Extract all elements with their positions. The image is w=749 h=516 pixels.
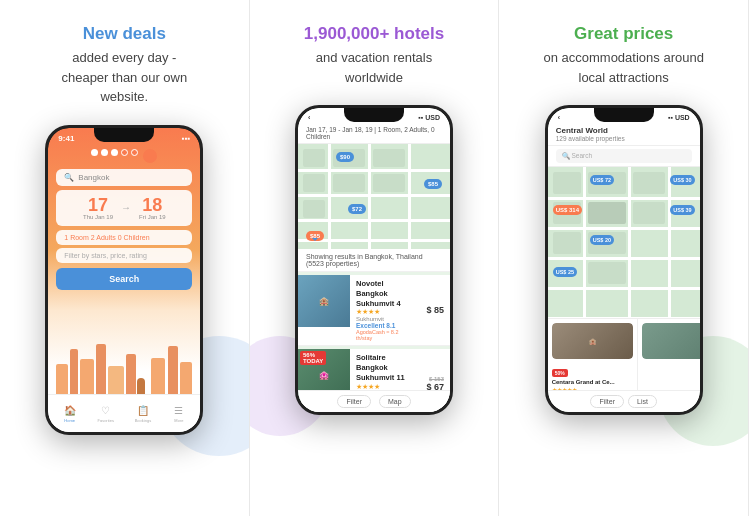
map-road — [298, 169, 450, 172]
search-icon: 🔍 — [562, 152, 570, 159]
nav-favorites[interactable]: ♡ Favorites — [97, 403, 113, 423]
map-road — [368, 144, 371, 249]
logo-symbol — [143, 149, 157, 163]
discount-badge: 56%TODAY — [300, 351, 326, 365]
panel-hotels: 1,900,000+ hotels and vacation rentals w… — [250, 0, 500, 516]
map-block-park — [588, 202, 626, 224]
map-block — [373, 149, 405, 167]
map-block — [373, 174, 405, 192]
filter-button[interactable]: Filter — [590, 395, 624, 408]
phone-notch — [594, 108, 654, 122]
hotel-card-partial[interactable] — [638, 319, 700, 390]
map-block — [303, 200, 325, 218]
hotel-card[interactable]: 🏨 Novotel BangkokSukhumvit 4 ★★★★ Sukhum… — [298, 275, 450, 346]
nav-more[interactable]: ☰ More — [172, 403, 186, 423]
hotel-stars: ★★★★ — [356, 308, 414, 316]
hotel-info: Novotel BangkokSukhumvit 4 ★★★★ Sukhumvi… — [350, 275, 420, 345]
logo-dot — [121, 149, 128, 156]
map-road — [408, 144, 411, 249]
date-from: 17 Thu Jan 19 — [83, 196, 113, 220]
map-view[interactable]: $90 $85 $72 $85 — [298, 144, 450, 249]
panel3-title: Great prices — [574, 24, 673, 44]
panel3-subtitle: on accommodations around local attractio… — [543, 48, 703, 87]
price-bubble: US$ 39 — [670, 205, 694, 215]
map-block — [553, 232, 581, 254]
hotel-rating: Excellent 8.1 — [356, 322, 414, 329]
map-block — [333, 174, 365, 192]
date-bar: Jan 17, 19 - Jan 18, 19 | 1 Room, 2 Adul… — [298, 123, 450, 144]
search-icon: 🔍 — [64, 173, 74, 182]
agoda-cash: AgodaCash ≈ 8.2 th/stay — [356, 329, 414, 341]
panel1-subtitle: added every day - cheaper than our own w… — [61, 48, 187, 107]
hotel-price: $ 85 — [420, 275, 450, 345]
cityscape-illustration — [48, 329, 200, 394]
heart-icon: ♡ — [99, 403, 113, 417]
map-road — [298, 219, 450, 222]
discount-overlay: 50% — [552, 361, 633, 379]
panel2-title: 1,900,000+ hotels — [304, 24, 444, 44]
search-bar[interactable]: 🔍 Search — [556, 149, 692, 163]
search-bar[interactable]: 🔍 Bangkok — [56, 169, 192, 186]
map-road — [548, 287, 700, 290]
bottom-nav: 🏠 Home ♡ Favorites 📋 Bookings ☰ More — [48, 394, 200, 432]
price-bubble: US$ 72 — [590, 175, 614, 185]
app-logo — [48, 145, 200, 165]
map-block — [303, 174, 325, 192]
price-bubble-selected: US$ 314 — [553, 205, 582, 215]
price-bubble: $72 — [348, 204, 366, 214]
phone-2: ‹ 8:22 ▪▪ USD Jan 17, 19 - Jan 18, 19 | … — [295, 105, 453, 415]
list-button[interactable]: List — [628, 395, 657, 408]
filter-button[interactable]: Filter — [337, 395, 371, 408]
bookings-icon: 📋 — [136, 403, 150, 417]
panel2-subtitle: and vacation rentals worldwide — [316, 48, 432, 87]
date-picker[interactable]: 17 Thu Jan 19 → 18 Fri Jan 19 — [56, 190, 192, 226]
hotel-thumbnail: 🏨 — [552, 323, 633, 359]
location-header: Central World 129 available properties — [548, 123, 700, 146]
map-road — [548, 197, 700, 200]
price-bubble: $85 — [424, 179, 442, 189]
hotel-strip: 🏨 50% Centara Grand at Ce... ★★★★★ 8.2 E… — [548, 318, 700, 390]
phone-3-screen: ‹ 6:01 ▪▪ USD Central World 129 availabl… — [548, 108, 700, 412]
back-icon: ‹ — [308, 114, 310, 121]
filter-map-bar: Filter Map — [298, 390, 450, 412]
price-bubble-selected: $85 — [306, 231, 324, 241]
map-road — [548, 257, 700, 260]
phone-3: ‹ 6:01 ▪▪ USD Central World 129 availabl… — [545, 105, 703, 415]
date-arrow-icon: → — [117, 202, 135, 213]
hotel-card[interactable]: 🏨 50% Centara Grand at Ce... ★★★★★ 8.2 E… — [548, 319, 638, 390]
guests-selector[interactable]: 1 Room 2 Adults 0 Children — [56, 230, 192, 245]
phone-2-screen: ‹ 8:22 ▪▪ USD Jan 17, 19 - Jan 18, 19 | … — [298, 108, 450, 412]
map-button[interactable]: Map — [379, 395, 411, 408]
panel1-title: New deals — [83, 24, 166, 44]
more-icon: ☰ — [172, 403, 186, 417]
phone-notch — [344, 108, 404, 122]
phone-1-screen: 9:41 ▪▪▪ 🔍 Bangkok 17 Thu Jan — [48, 128, 200, 432]
map-block — [303, 149, 325, 167]
nav-home[interactable]: 🏠 Home — [63, 403, 77, 423]
price-bubble: US$ 25 — [553, 267, 577, 277]
location-name: Central World — [556, 126, 692, 135]
logo-dot — [131, 149, 138, 156]
home-icon: 🏠 — [63, 403, 77, 417]
hotel-name: Solitaire BangkokSukhumvit 11 — [356, 353, 414, 382]
hotel-name: Novotel BangkokSukhumvit 4 — [356, 279, 414, 308]
price-bubble: US$ 20 — [590, 235, 614, 245]
results-label: Showing results in Bangkok, Thailand (55… — [298, 249, 450, 272]
map-block — [633, 202, 665, 224]
filter-bar[interactable]: Filter by stars, price, rating — [56, 248, 192, 263]
filter-list-bar: Filter List — [548, 390, 700, 412]
search-area: 🔍 Search — [548, 146, 700, 167]
map-road — [548, 227, 700, 230]
back-icon: ‹ — [558, 114, 560, 121]
search-button[interactable]: Search — [56, 268, 192, 290]
panel-new-deals: New deals added every day - cheaper than… — [0, 0, 250, 516]
logo-dot — [101, 149, 108, 156]
discount-badge: 50% — [552, 369, 568, 377]
logo-dot — [111, 149, 118, 156]
hotel-image: 🏨 — [298, 275, 350, 327]
map-block — [588, 262, 626, 284]
nav-bookings[interactable]: 📋 Bookings — [135, 403, 151, 423]
price-bubble: $90 — [336, 152, 354, 162]
hotel-thumbnail-partial — [642, 323, 700, 359]
available-count: 129 available properties — [556, 135, 692, 142]
